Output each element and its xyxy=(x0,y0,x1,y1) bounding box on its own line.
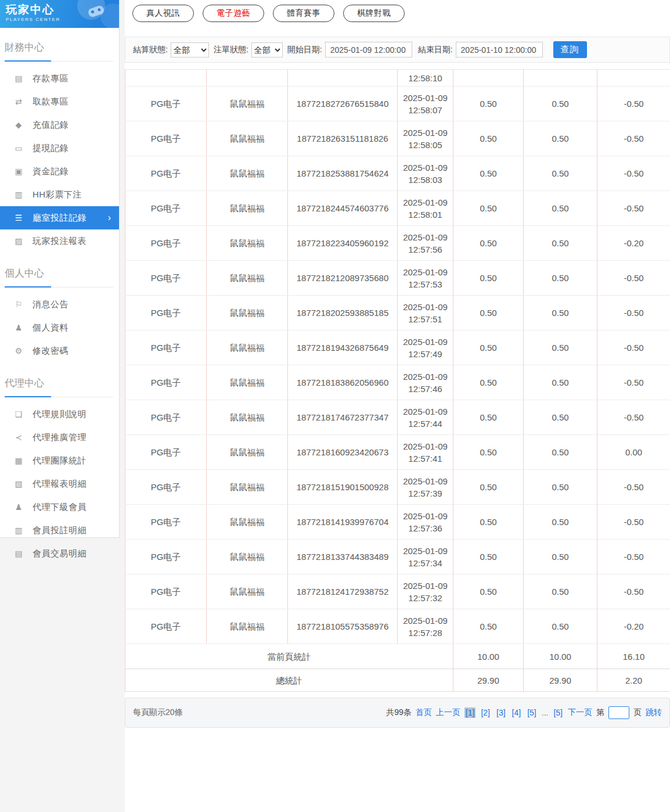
cell-bet-time: 2025-01-09 12:57:44 xyxy=(398,400,453,435)
cell-platform: PG电子 xyxy=(125,574,207,609)
sidebar-item-label: 會員交易明細 xyxy=(33,548,87,559)
cell-game-name: 鼠鼠福福 xyxy=(207,609,288,644)
cell-platform: PG电子 xyxy=(125,121,207,156)
pager: 共99条 首页 上一页 [1] [2] [3] [4] [5] ... [5] … xyxy=(386,706,662,719)
tab-sports-events[interactable]: 體育賽事 xyxy=(273,5,334,22)
sidebar-item[interactable]: ▥ 會員投註明細 xyxy=(0,519,119,542)
sidebar-item[interactable]: ⚙ 修改密碼 xyxy=(0,339,119,362)
sidebar-item[interactable]: ▤ 存款專區 xyxy=(0,67,119,90)
cell-valid-bet: 0.50 xyxy=(524,261,597,296)
cell-game-name: 鼠鼠福福 xyxy=(207,574,288,609)
cell-valid-bet: 0.50 xyxy=(524,609,597,644)
table-row: PG电子 鼠鼠福福 1877218133744383489 2025-01-09… xyxy=(125,540,670,574)
sidebar-item[interactable]: ♟ 代理下級會員 xyxy=(0,495,119,519)
sidebar-item[interactable]: ⇄ 取款專區 xyxy=(0,90,119,113)
cell-platform: PG电子 xyxy=(125,400,207,435)
sidebar-item-label: 會員投註明細 xyxy=(33,525,87,536)
cell-valid-bet: 0.50 xyxy=(524,226,597,261)
cell-platform: PG电子 xyxy=(125,261,207,296)
sidebar-item-icon: ▨ xyxy=(13,236,24,246)
cell-bet-time: 2025-01-09 12:58:03 xyxy=(398,156,453,191)
cell-platform: PG电子 xyxy=(125,191,207,226)
cell-order-number: 1877218202593885185 xyxy=(288,296,398,330)
total-summary-label: 總統計 xyxy=(125,669,453,692)
table-row: PG电子 鼠鼠福福 1877218141939976704 2025-01-09… xyxy=(125,505,670,540)
table-row: PG电子 鼠鼠福福 1877218151901500928 2025-01-09… xyxy=(125,470,670,505)
sidebar-item[interactable]: ▧ 代理報表明細 xyxy=(0,472,119,495)
jump-button[interactable]: 跳转 xyxy=(646,707,662,718)
cell-platform: PG电子 xyxy=(125,156,207,191)
table-row: PG电子 鼠鼠福福 1877218244574603776 2025-01-09… xyxy=(125,191,670,226)
sidebar-item[interactable]: ▭ 提現記錄 xyxy=(0,136,119,160)
sidebar-item[interactable]: ▥ HH彩票下注 xyxy=(0,183,119,206)
table-row: PG电子 鼠鼠福福 1877218124172938752 2025-01-09… xyxy=(125,574,670,609)
cell-platform: PG电子 xyxy=(125,470,207,505)
sidebar-item-icon: ♟ xyxy=(13,323,24,332)
cell-game-name: 鼠鼠福福 xyxy=(207,540,288,574)
next-page-link[interactable]: 下一页 xyxy=(568,707,592,718)
sidebar-item[interactable]: ⚐ 消息公告 xyxy=(0,293,119,316)
sidebar-item-icon: ▧ xyxy=(13,479,24,488)
app-logo: 玩家中心 PLAYERS CENTER xyxy=(0,0,119,28)
order-status-label: 注單狀態: xyxy=(214,45,248,55)
prev-page-link[interactable]: 上一页 xyxy=(436,707,460,718)
cell-platform: PG电子 xyxy=(125,435,207,470)
sidebar-item[interactable]: ≺ 代理推廣管理 xyxy=(0,426,119,449)
cell-valid-bet: 0.50 xyxy=(524,121,597,156)
page-summary-row: 當前頁統計 10.00 10.00 16.10 xyxy=(125,644,670,669)
cell-game-name: 鼠鼠福福 xyxy=(207,505,288,540)
start-date-input[interactable] xyxy=(325,42,412,58)
cell-game-name: 鼠鼠福福 xyxy=(207,226,288,261)
page-jump-input[interactable] xyxy=(608,706,629,719)
sidebar-item[interactable]: ▦ 代理團隊統計 xyxy=(0,449,119,472)
sidebar-item[interactable]: ▣ 資金記錄 xyxy=(0,160,119,183)
settle-status-select[interactable]: 全部 xyxy=(171,42,209,58)
total-summary-bet: 29.90 xyxy=(453,669,524,692)
cell-valid-bet: 0.50 xyxy=(524,191,597,226)
cell-profit: -0.50 xyxy=(597,156,670,191)
sidebar-item[interactable]: ▨ 玩家投注報表 xyxy=(0,229,119,253)
sidebar-item[interactable]: ◆ 充值記錄 xyxy=(0,113,119,136)
page-link-last[interactable]: [5] xyxy=(552,707,564,718)
tab-board-games[interactable]: 棋牌對戰 xyxy=(343,5,405,22)
query-button[interactable]: 查詢 xyxy=(553,41,587,58)
tab-live-video[interactable]: 真人視訊 xyxy=(132,5,194,22)
page-link-4[interactable]: [4] xyxy=(511,707,523,718)
table-row: PG电子 鼠鼠福福 1877218253881754624 2025-01-09… xyxy=(125,156,670,191)
cell-valid-bet: 0.50 xyxy=(524,365,597,400)
cell-platform: PG电子 xyxy=(125,609,207,644)
cell-profit: -0.20 xyxy=(597,226,670,261)
table-row: PG电子 鼠鼠福福 1877218263151181826 2025-01-09… xyxy=(125,121,670,156)
cell-bet-time: 2025-01-09 12:58:07 xyxy=(398,87,453,121)
total-summary-valid: 29.90 xyxy=(524,669,597,692)
cell-valid-bet: 0.50 xyxy=(524,470,597,505)
tab-electronic-games[interactable]: 電子遊藝 xyxy=(203,5,264,22)
sidebar-item-label: 修改密碼 xyxy=(33,346,69,357)
first-page-link[interactable]: 首页 xyxy=(416,707,432,718)
cell-platform: PG电子 xyxy=(125,296,207,330)
order-status-select[interactable]: 全部 xyxy=(251,42,283,58)
sidebar-item[interactable]: ☰ 廳室投註記錄 › xyxy=(0,206,119,229)
sidebar-item-label: 代理團隊統計 xyxy=(33,455,87,466)
cell-order-number: 1877218133744383489 xyxy=(288,540,398,574)
cell-bet-amount: 0.50 xyxy=(453,400,524,435)
total-summary-row: 總統計 29.90 29.90 2.20 xyxy=(125,669,670,692)
sidebar-item[interactable]: ♟ 個人資料 xyxy=(0,316,119,339)
sidebar-item-icon: ▤ xyxy=(13,74,24,83)
page-link-5[interactable]: [5] xyxy=(526,707,538,718)
cell-bet-time: 2025-01-09 12:57:36 xyxy=(398,505,453,540)
cell-bet-amount: 0.50 xyxy=(453,330,524,365)
cell-game-name: 鼠鼠福福 xyxy=(207,121,288,156)
page-link-1[interactable]: [1] xyxy=(464,707,476,718)
end-date-input[interactable] xyxy=(456,42,543,58)
cell-bet-amount: 0.50 xyxy=(453,156,524,191)
cell-bet-amount: 0.50 xyxy=(453,191,524,226)
sidebar-item[interactable]: ❏ 代理規則說明 xyxy=(0,403,119,426)
cell-profit: -0.50 xyxy=(597,505,670,540)
page-link-3[interactable]: [3] xyxy=(495,707,507,718)
sidebar-item[interactable]: ▤ 會員交易明細 xyxy=(0,542,119,565)
sidebar-item-label: 資金記錄 xyxy=(33,166,69,177)
cell-platform: PG电子 xyxy=(125,540,207,574)
page-link-2[interactable]: [2] xyxy=(480,707,491,718)
table-row: PG电子 鼠鼠福福 1877218202593885185 2025-01-09… xyxy=(125,296,670,330)
